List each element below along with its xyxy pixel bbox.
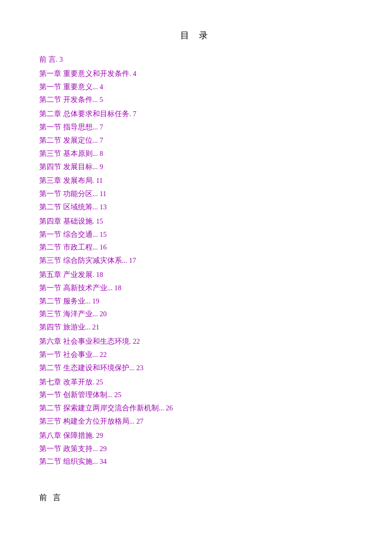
toc-item[interactable]: 第一节 重要意义... 4	[39, 80, 353, 94]
toc-item[interactable]: 第三节 综合防灾减灾体系... 17	[39, 254, 353, 267]
toc-item[interactable]: 第四节 旅游业... 21	[39, 321, 353, 334]
toc-title: 目 录	[39, 29, 353, 41]
toc-item[interactable]: 第二节 生态建设和环境保护... 23	[39, 361, 353, 375]
toc-item[interactable]: 第二节 服务业... 19	[39, 295, 353, 308]
toc-item[interactable]: 第二节 市政工程... 16	[39, 241, 353, 254]
toc-item[interactable]: 第七章 改革开放. 25	[39, 376, 353, 389]
toc-item[interactable]: 第一节 高新技术产业... 18	[39, 281, 353, 295]
toc-item[interactable]: 第二章 总体要求和目标任务. 7	[39, 107, 353, 121]
toc-item[interactable]: 第四章 基础设施. 15	[39, 215, 353, 228]
toc-list: 前 言. 3第一章 重要意义和开发条件. 4第一节 重要意义... 4第二节 开…	[39, 53, 353, 468]
toc-item[interactable]: 第一节 综合交通... 15	[39, 228, 353, 241]
toc-item[interactable]: 前 言. 3	[39, 53, 353, 66]
toc-item[interactable]: 第一节 社会事业... 22	[39, 348, 353, 361]
toc-item[interactable]: 第三节 构建全方位开放格局... 27	[39, 415, 353, 428]
foreword-section: 前 言	[39, 493, 353, 503]
toc-item[interactable]: 第四节 发展目标... 9	[39, 160, 353, 174]
toc-item[interactable]: 第二节 探索建立两岸交流合作新机制... 26	[39, 402, 353, 415]
toc-item[interactable]: 第二节 区域统筹... 13	[39, 201, 353, 214]
toc-item[interactable]: 第三节 基本原则... 8	[39, 147, 353, 160]
toc-item[interactable]: 第八章 保障措施. 29	[39, 429, 353, 442]
toc-item[interactable]: 第二节 组织实施... 34	[39, 455, 353, 468]
foreword-title: 前 言	[39, 493, 63, 502]
toc-item[interactable]: 第一节 功能分区... 11	[39, 187, 353, 201]
toc-item[interactable]: 第一章 重要意义和开发条件. 4	[39, 67, 353, 80]
toc-item[interactable]: 第三章 发展布局. 11	[39, 174, 353, 187]
toc-item[interactable]: 第一节 指导思想... 7	[39, 121, 353, 134]
toc-item[interactable]: 第五章 产业发展. 18	[39, 268, 353, 281]
toc-item[interactable]: 第六章 社会事业和生态环境. 22	[39, 335, 353, 348]
toc-item[interactable]: 第一节 政策支持... 29	[39, 442, 353, 455]
toc-item[interactable]: 第一节 创新管理体制... 25	[39, 388, 353, 402]
toc-item[interactable]: 第三节 海洋产业... 20	[39, 307, 353, 321]
page-container: 目 录 前 言. 3第一章 重要意义和开发条件. 4第一节 重要意义... 4第…	[0, 0, 392, 555]
toc-item[interactable]: 第二节 发展定位... 7	[39, 134, 353, 147]
toc-item[interactable]: 第二节 开发条件... 5	[39, 93, 353, 106]
